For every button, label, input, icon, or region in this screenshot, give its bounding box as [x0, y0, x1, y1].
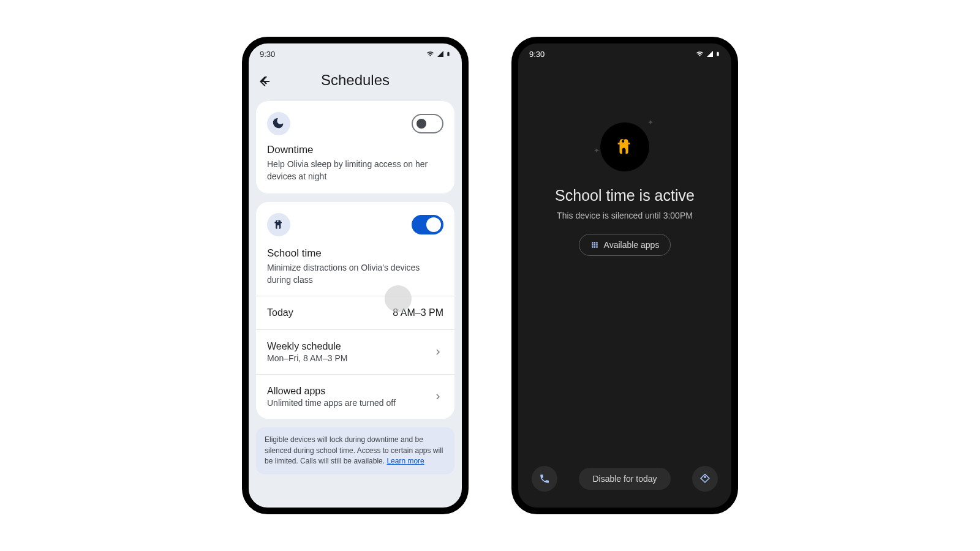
available-apps-button[interactable]: Available apps	[579, 234, 671, 256]
battery-icon	[715, 50, 720, 58]
wifi-icon	[695, 50, 704, 58]
downtime-title: Downtime	[267, 144, 443, 156]
weekly-schedule-row[interactable]: Weekly schedule Mon–Fri, 8 AM–3 PM	[267, 330, 443, 374]
school-icon	[600, 122, 649, 171]
weekly-value: Mon–Fri, 8 AM–3 PM	[267, 353, 348, 363]
tag-button[interactable]	[692, 466, 718, 492]
allowed-apps-row[interactable]: Allowed apps Unlimited time apps are tur…	[267, 375, 443, 419]
phone-button[interactable]	[532, 466, 557, 492]
cell-signal-icon	[706, 50, 714, 58]
phone-schedules: 9:30 Schedules Downtime Help Olivia slee…	[242, 37, 469, 514]
chevron-right-icon	[432, 391, 443, 402]
cell-signal-icon	[436, 50, 445, 58]
today-value: 8 AM–3 PM	[393, 307, 443, 318]
status-bar: 9:30	[249, 43, 462, 64]
bottom-bar: Disable for today	[518, 466, 731, 492]
svg-point-0	[704, 476, 706, 478]
today-label: Today	[267, 307, 293, 318]
available-apps-label: Available apps	[604, 240, 660, 250]
info-footer: Eligible devices will lock during downti…	[256, 427, 454, 474]
allowed-label: Allowed apps	[267, 386, 396, 397]
schooltime-toggle[interactable]	[412, 215, 443, 234]
disable-today-button[interactable]: Disable for today	[579, 468, 670, 490]
hero-subtitle: This device is silenced until 3:00PM	[557, 211, 693, 220]
today-row[interactable]: Today 8 AM–3 PM	[267, 296, 443, 329]
tag-icon	[699, 473, 710, 484]
back-arrow-icon[interactable]	[257, 74, 272, 89]
app-bar: Schedules	[249, 64, 462, 101]
status-icons	[695, 50, 720, 58]
status-time: 9:30	[260, 50, 275, 59]
wifi-icon	[426, 50, 435, 58]
schooltime-title: School time	[267, 247, 443, 260]
schooltime-desc: Minimize distractions on Olivia's device…	[267, 262, 443, 286]
school-icon	[267, 213, 290, 236]
status-icons	[426, 50, 451, 58]
schooltime-card: School time Minimize distractions on Oli…	[256, 202, 454, 419]
learn-more-link[interactable]: Learn more	[386, 457, 424, 465]
status-time: 9:30	[529, 50, 545, 59]
hero-title: School time is active	[555, 187, 695, 204]
apps-grid-icon	[590, 241, 599, 249]
phone-lockscreen: 9:30 ✦ ✦ ✦ School time is active This de…	[511, 37, 738, 514]
weekly-label: Weekly schedule	[267, 341, 348, 352]
battery-icon	[446, 50, 451, 58]
downtime-desc: Help Olivia sleep by limiting access on …	[267, 159, 443, 182]
page-title: Schedules	[272, 72, 453, 89]
downtime-card[interactable]: Downtime Help Olivia sleep by limiting a…	[256, 101, 454, 193]
hero: ✦ ✦ ✦ School time is active This device …	[518, 64, 731, 256]
allowed-value: Unlimited time apps are turned off	[267, 398, 396, 408]
hero-icon: ✦ ✦ ✦	[597, 119, 652, 174]
downtime-toggle[interactable]	[412, 114, 443, 133]
moon-icon	[267, 112, 290, 135]
chevron-right-icon	[432, 347, 443, 358]
phone-icon	[539, 473, 550, 484]
status-bar: 9:30	[518, 43, 731, 64]
